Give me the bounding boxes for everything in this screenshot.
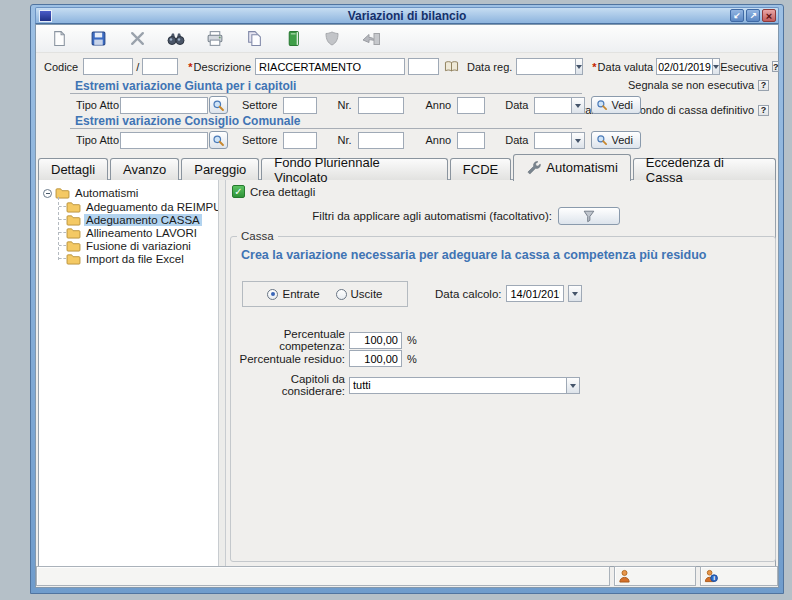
anno-input[interactable] bbox=[457, 97, 485, 114]
folder-icon bbox=[66, 227, 81, 239]
segnala-label: Segnala se non esecutiva bbox=[628, 79, 754, 91]
capitoli-dropdown-button[interactable] bbox=[566, 377, 580, 394]
filtri-button[interactable] bbox=[558, 207, 620, 225]
crea-dettagli-checkbox[interactable]: ✓ bbox=[232, 185, 245, 198]
tree-item-import-da-file-excel[interactable]: Import da file Excel bbox=[51, 252, 218, 265]
data-reg-input[interactable] bbox=[516, 58, 576, 75]
shield-button-disabled bbox=[321, 27, 343, 51]
filtri-row: Filtri da applicare agli automatismi (fa… bbox=[226, 207, 620, 225]
titlebar: Variazioni di bilancio bbox=[35, 7, 779, 24]
descrizione-extra-input[interactable] bbox=[408, 58, 439, 75]
tipo-atto-label: Tipo Atto bbox=[76, 134, 120, 146]
segnala-flag-row: Segnala se non esecutiva ? bbox=[628, 79, 769, 91]
section-giunta-row: Tipo Atto Settore Nr. Anno Data Vedi bbox=[76, 96, 641, 114]
data-input[interactable] bbox=[534, 132, 572, 149]
data-valuta-dropdown-button[interactable] bbox=[712, 58, 720, 75]
tab-automatismi[interactable]: Automatismi bbox=[513, 154, 631, 181]
settore-input[interactable] bbox=[283, 132, 317, 149]
radio-entrate-circle bbox=[267, 289, 278, 300]
export-button-disabled bbox=[360, 27, 382, 51]
segnala-checkbox[interactable]: ? bbox=[758, 80, 769, 91]
anno-label: Anno bbox=[426, 134, 452, 146]
maximize-button[interactable] bbox=[746, 9, 760, 22]
delete-button[interactable] bbox=[126, 27, 148, 51]
tree-item-adeguamento-cassa[interactable]: Adeguamento CASSA bbox=[51, 213, 218, 226]
nr-input[interactable] bbox=[358, 97, 404, 114]
settore-input[interactable] bbox=[283, 97, 317, 114]
codice2-input[interactable] bbox=[142, 58, 178, 75]
settore-label: Settore bbox=[242, 99, 277, 111]
tree-item-allineamento-lavori[interactable]: Allineamento LAVORI bbox=[51, 226, 218, 239]
tab-fondo-pluriennale-vincolato[interactable]: Fondo Pluriennale Vincolato bbox=[261, 158, 448, 180]
descrizione-input[interactable] bbox=[255, 58, 405, 75]
data-calcolo-input[interactable] bbox=[506, 285, 564, 302]
tree-root-automatismi[interactable]: Automatismi bbox=[43, 186, 218, 200]
section-giunta-divider bbox=[70, 93, 582, 94]
radio-uscite[interactable]: Uscite bbox=[336, 288, 383, 300]
nr-input[interactable] bbox=[358, 132, 404, 149]
capitoli-select[interactable] bbox=[349, 377, 567, 394]
data-valuta-input[interactable] bbox=[656, 58, 713, 75]
data-input[interactable] bbox=[534, 97, 572, 114]
folder-icon bbox=[66, 201, 81, 213]
data-dropdown-button[interactable] bbox=[571, 97, 585, 114]
automatismi-tab-content: Automatismi Adeguamento da REIMPUTAZIONI… bbox=[38, 179, 776, 567]
tipo-atto-input[interactable] bbox=[120, 97, 208, 114]
tipo-atto-input[interactable] bbox=[120, 132, 208, 149]
percentuale-competenza-input[interactable] bbox=[349, 332, 402, 349]
tab-avanzo[interactable]: Avanzo bbox=[110, 158, 179, 180]
vedi-button[interactable]: Vedi bbox=[591, 96, 640, 114]
tree-splitter[interactable] bbox=[219, 180, 226, 566]
tab-pareggio[interactable]: Pareggio bbox=[181, 158, 259, 180]
codice-slash: / bbox=[136, 61, 139, 73]
copy-icon bbox=[246, 30, 263, 47]
vedi-button[interactable]: Vedi bbox=[591, 131, 640, 149]
data-dropdown-button[interactable] bbox=[571, 132, 585, 149]
tipo-atto-search-button[interactable] bbox=[209, 96, 228, 114]
radio-entrate[interactable]: Entrate bbox=[267, 288, 319, 300]
codice-input[interactable] bbox=[83, 58, 133, 75]
tab-eccedenza-di-cassa[interactable]: Eccedenza di Cassa bbox=[633, 158, 776, 180]
tree-item-label: Import da file Excel bbox=[84, 253, 186, 265]
validate-button[interactable] bbox=[282, 27, 304, 51]
save-button[interactable] bbox=[87, 27, 109, 51]
new-document-button[interactable] bbox=[48, 27, 70, 51]
tipo-atto-search-button[interactable] bbox=[209, 131, 228, 149]
radio-entrate-label: Entrate bbox=[282, 288, 319, 300]
anno-input[interactable] bbox=[457, 132, 485, 149]
status-user-cell bbox=[614, 566, 696, 586]
tree-expander-icon[interactable] bbox=[43, 189, 52, 198]
tree-item-adeguamento-reimputazioni[interactable]: Adeguamento da REIMPUTAZIONI bbox=[51, 200, 218, 213]
esecutiva-checkbox[interactable]: ? bbox=[772, 61, 780, 72]
assestamento-checkbox[interactable]: ? bbox=[758, 105, 769, 116]
wrench-icon bbox=[526, 160, 541, 175]
tree-item-label-selected: Adeguamento CASSA bbox=[84, 214, 202, 226]
copy-button[interactable] bbox=[243, 27, 265, 51]
filtri-label: Filtri da applicare agli automatismi (fa… bbox=[312, 210, 552, 222]
print-button[interactable] bbox=[204, 27, 226, 51]
dictionary-book-icon[interactable] bbox=[444, 60, 459, 73]
vedi-button-label: Vedi bbox=[611, 134, 632, 146]
close-button[interactable] bbox=[762, 9, 776, 22]
settore-label: Settore bbox=[242, 134, 277, 146]
tab-dettagli[interactable]: Dettagli bbox=[38, 158, 108, 180]
adeguamento-cassa-panel: ✓ Crea dettagli Filtri da applicare agli… bbox=[226, 180, 775, 566]
shield-icon bbox=[324, 30, 340, 47]
percentuale-residuo-row: Percentuale residuo: % bbox=[231, 350, 775, 367]
user-icon bbox=[618, 569, 631, 583]
search-button[interactable] bbox=[165, 27, 187, 51]
data-calcolo-dropdown-button[interactable] bbox=[568, 285, 582, 302]
tree-item-label: Adeguamento da REIMPUTAZIONI bbox=[84, 201, 219, 213]
crea-dettagli-row: ✓ Crea dettagli bbox=[232, 185, 315, 198]
percentuale-residuo-input[interactable] bbox=[349, 350, 402, 367]
nr-label: Nr. bbox=[337, 99, 351, 111]
data-calcolo-row: Data calcolo: bbox=[435, 285, 582, 302]
tree-item-label: Allineamento LAVORI bbox=[84, 227, 199, 239]
data-reg-dropdown-button[interactable] bbox=[575, 58, 583, 75]
tree-item-fusione-di-variazioni[interactable]: Fusione di variazioni bbox=[51, 239, 218, 252]
minimize-button[interactable] bbox=[730, 9, 744, 22]
radio-uscite-circle bbox=[336, 289, 347, 300]
tab-fcde[interactable]: FCDE bbox=[450, 158, 511, 180]
entrate-uscite-radio-group: Entrate Uscite bbox=[242, 281, 408, 307]
status-user-info-cell: i bbox=[700, 566, 778, 586]
